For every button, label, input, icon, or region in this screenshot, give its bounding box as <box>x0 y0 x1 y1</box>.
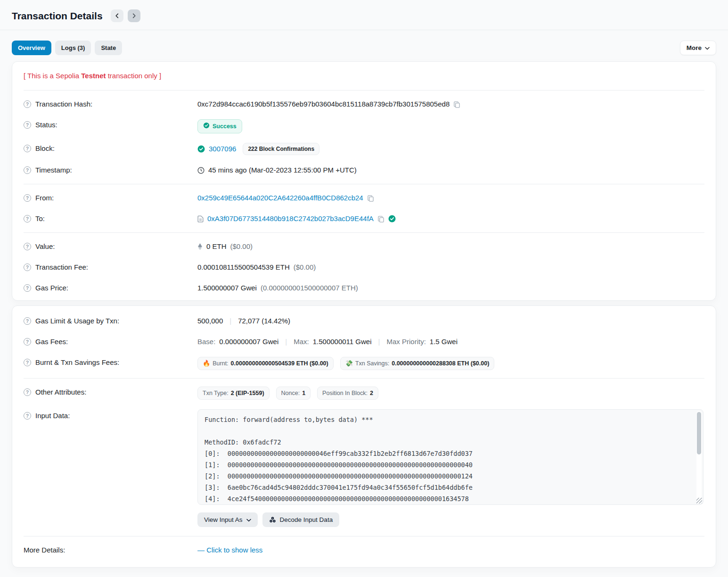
row-burnt-savings: ? Burnt & Txn Savings Fees: 🔥 Burnt: 0.0… <box>24 352 704 375</box>
help-icon[interactable]: ? <box>24 145 31 152</box>
warning-text-prefix: [ This is a Sepolia <box>24 72 81 80</box>
row-status: ? Status: Success <box>24 115 704 138</box>
chevron-down-icon <box>246 516 251 523</box>
position-key: Position In Block: <box>322 389 368 397</box>
help-icon[interactable]: ? <box>24 166 31 174</box>
tab-logs[interactable]: Logs (3) <box>55 41 91 55</box>
block-number-link[interactable]: 3007096 <box>209 143 236 155</box>
help-icon[interactable]: ? <box>24 317 31 325</box>
row-transaction-hash: ? Transaction Hash: 0xc72d984ccac6190b5f… <box>24 94 704 115</box>
page-title: Transaction Details <box>12 10 103 22</box>
copy-icon[interactable] <box>367 195 374 202</box>
row-from: ? From: 0x259c49E65644a020C2A642260a4ffB… <box>24 188 704 208</box>
burnt-savings-label: Burnt & Txn Savings Fees: <box>35 357 119 368</box>
eth-icon <box>197 243 203 250</box>
row-value: ? Value: 0 ETH ($0.00) <box>24 236 704 257</box>
burnt-key: Burnt: <box>213 360 228 367</box>
divider <box>24 536 704 536</box>
scrollbar-track[interactable] <box>696 411 702 503</box>
row-gas-limit: ? Gas Limit & Usage by Txn: 500,000 | 72… <box>24 308 704 331</box>
from-address-link[interactable]: 0x259c49E65644a020C2A642260a4ffB0CD862cb… <box>197 192 363 204</box>
decode-icon <box>269 516 276 523</box>
help-icon[interactable]: ? <box>24 284 31 292</box>
prev-transaction-button[interactable] <box>111 9 123 22</box>
view-input-as-button[interactable]: View Input As <box>197 512 258 527</box>
tab-state[interactable]: State <box>95 41 122 55</box>
gas-limit-label: Gas Limit & Usage by Txn: <box>35 315 119 327</box>
max-priority-key: Max Priority: <box>386 336 425 347</box>
contract-file-icon <box>197 215 204 223</box>
to-address-link[interactable]: 0xA3f07D6773514480b918C2742b027b3acD9E44… <box>207 213 374 224</box>
gas-price-eth: (0.000000001500000007 ETH) <box>261 282 358 294</box>
help-icon[interactable]: ? <box>24 194 31 202</box>
more-button-label: More <box>687 44 702 51</box>
value-usd: ($0.00) <box>230 241 253 252</box>
help-icon[interactable]: ? <box>24 100 31 108</box>
verified-check-icon <box>388 215 396 223</box>
more-button[interactable]: More <box>680 41 716 55</box>
check-circle-icon <box>203 122 210 131</box>
input-data-box[interactable]: Function: forward(address to,bytes data)… <box>197 409 703 505</box>
gas-fees-label: Gas Fees: <box>35 336 68 347</box>
txn-type-badge: Txn Type: 2 (EIP-1559) <box>197 387 270 400</box>
block-label: Block: <box>35 143 55 154</box>
transaction-hash-label: Transaction Hash: <box>35 99 92 110</box>
separator: | <box>229 315 231 327</box>
help-icon[interactable]: ? <box>24 121 31 129</box>
scrollbar-thumb[interactable] <box>697 412 701 454</box>
row-timestamp: ? Timestamp: 45 mins ago (Mar-02-2023 12… <box>24 160 704 181</box>
help-icon[interactable]: ? <box>24 215 31 223</box>
max-fee-value: 1.500000011 Gwei <box>313 336 372 347</box>
help-icon[interactable]: ? <box>24 243 31 250</box>
chevron-down-icon <box>705 44 710 51</box>
row-gas-price: ? Gas Price: 1.500000007 Gwei (0.0000000… <box>24 278 704 298</box>
gas-price-label: Gas Price: <box>35 282 68 294</box>
tabs-row: Overview Logs (3) State More <box>0 30 728 55</box>
help-icon[interactable]: ? <box>24 359 31 366</box>
help-icon[interactable]: ? <box>24 388 31 396</box>
divider <box>24 90 704 91</box>
fire-icon: 🔥 <box>203 360 210 367</box>
status-label: Status: <box>35 119 57 131</box>
help-icon[interactable]: ? <box>24 338 31 346</box>
resize-handle-icon[interactable] <box>696 498 702 503</box>
clock-icon <box>197 167 204 174</box>
overview-card: [ This is a Sepolia Testnet transaction … <box>12 61 716 301</box>
txn-savings-badge: 💸 Txn Savings: 0.000000000000288308 ETH … <box>340 357 495 370</box>
separator: | <box>285 336 287 347</box>
chevron-right-icon <box>131 13 137 18</box>
gas-limit-value: 500,000 <box>197 315 223 327</box>
help-icon[interactable]: ? <box>24 264 31 271</box>
row-other-attributes: ? Other Attributes: Txn Type: 2 (EIP-155… <box>24 382 704 404</box>
tab-list: Overview Logs (3) State <box>12 41 122 55</box>
input-actions-row: View Input As Decode Input Data <box>197 510 704 533</box>
input-data-label: Input Data: <box>35 410 70 421</box>
from-label: From: <box>35 192 54 204</box>
txn-savings-value: 0.000000000000288308 ETH ($0.00) <box>392 360 489 367</box>
nonce-key: Nonce: <box>281 389 300 397</box>
view-input-as-label: View Input As <box>204 516 243 523</box>
help-icon[interactable]: ? <box>24 412 31 420</box>
next-transaction-button[interactable] <box>128 9 140 22</box>
divider <box>24 378 704 379</box>
copy-icon[interactable] <box>377 215 384 223</box>
decode-input-data-label: Decode Input Data <box>280 516 333 523</box>
row-more-details: More Details: — Click to show less <box>24 540 704 565</box>
input-data-text: Function: forward(address to,bytes data)… <box>204 414 692 505</box>
copy-icon[interactable] <box>453 101 460 108</box>
show-less-link[interactable]: — Click to show less <box>197 544 262 556</box>
nonce-value: 1 <box>302 389 305 397</box>
decode-input-data-button[interactable]: Decode Input Data <box>262 512 340 527</box>
nonce-badge: Nonce: 1 <box>276 387 311 400</box>
burnt-badge: 🔥 Burnt: 0.000000000000504539 ETH ($0.00… <box>197 357 334 370</box>
base-fee-key: Base: <box>197 336 215 347</box>
more-details-label: More Details: <box>24 544 65 556</box>
row-to: ? To: 0xA3f07D6773514480b918C2742b027b3a… <box>24 208 704 229</box>
txn-savings-key: Txn Savings: <box>355 360 389 367</box>
transaction-fee-usd: ($0.00) <box>294 262 316 273</box>
warning-text-bold: Testnet <box>81 72 106 80</box>
status-text: Success <box>213 123 237 130</box>
tab-overview[interactable]: Overview <box>12 41 51 55</box>
base-fee-value: 0.000000007 Gwei <box>219 336 278 347</box>
row-gas-fees: ? Gas Fees: Base: 0.000000007 Gwei | Max… <box>24 331 704 352</box>
